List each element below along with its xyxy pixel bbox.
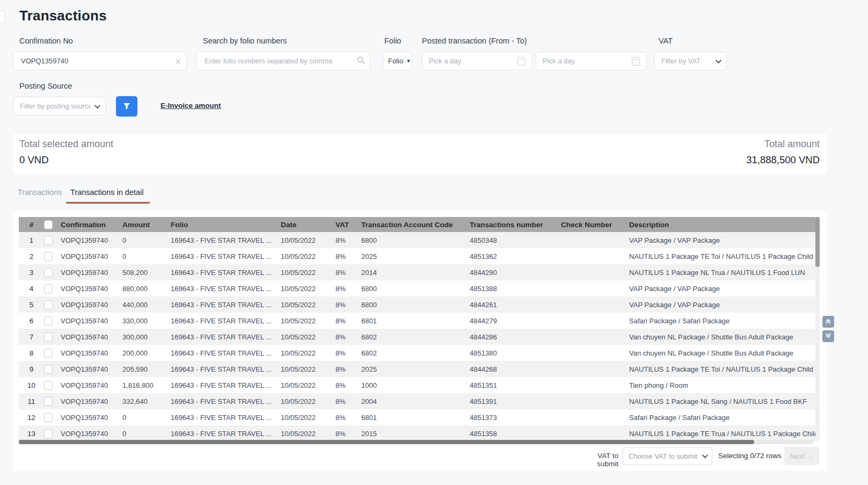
horizontal-scrollbar[interactable]	[19, 440, 814, 444]
table-row: 12VOPQ13597400169643 - FIVE STAR TRAVEL …	[19, 409, 815, 425]
tab-transactions[interactable]: Transactions	[18, 188, 62, 197]
next-button[interactable]: Next →	[784, 447, 819, 465]
posted-transaction-label: Posted transaction (From - To)	[422, 37, 527, 45]
row-checkbox[interactable]	[44, 284, 53, 293]
cell-description: NAUTILUS 1 Package TE Toi / NAUTILUS 1 P…	[629, 365, 815, 373]
confirmation-no-field[interactable]: ✕	[13, 52, 187, 70]
apply-filter-button[interactable]	[116, 96, 137, 117]
row-checkbox[interactable]	[44, 332, 53, 342]
select-all-checkbox[interactable]	[44, 220, 53, 229]
cell-amount: 332,640	[122, 397, 171, 406]
cell-folio: 169643 - FIVE STAR TRAVEL ...	[171, 349, 281, 357]
folio-search-input[interactable]	[196, 52, 370, 70]
vat-label: VAT	[659, 37, 673, 45]
confirmation-no-input[interactable]	[13, 52, 187, 70]
cell-account-code: 2014	[361, 269, 470, 277]
row-checkbox[interactable]	[44, 236, 53, 245]
cell-confirmation: VOPQ1359740	[61, 317, 122, 325]
clear-icon[interactable]: ✕	[174, 57, 181, 65]
search-icon	[357, 56, 365, 64]
cell-confirmation: VOPQ1359740	[61, 365, 122, 373]
cell-transaction-number: 4844261	[470, 301, 561, 309]
cell-confirmation: VOPQ1359740	[61, 236, 122, 244]
row-checkbox[interactable]	[44, 268, 53, 277]
total-selected-label: Total selected amount	[19, 139, 113, 150]
folio-dropdown[interactable]: Folio ▾	[383, 52, 412, 70]
vat-to-submit-dropdown[interactable]: Choose VAT to submit	[623, 447, 712, 465]
scroll-to-bottom-button[interactable]	[822, 330, 834, 342]
edge-partial-button[interactable]	[0, 11, 5, 24]
cell-folio: 169643 - FIVE STAR TRAVEL ...	[171, 236, 281, 244]
cell-transaction-number: 4851362	[470, 252, 561, 260]
folio-label: Folio	[384, 37, 401, 45]
einvoice-amount-link[interactable]: E-Invoice amount	[161, 102, 221, 110]
cell-description: Tien phong / Room	[629, 381, 815, 389]
calendar-icon	[632, 57, 640, 66]
cell-date: 10/05/2022	[281, 414, 335, 422]
horizontal-scrollbar-thumb[interactable]	[19, 440, 754, 444]
table-header-row: # Confirmation Amount Folio Date VAT Tra…	[19, 217, 815, 232]
funnel-icon	[123, 103, 130, 110]
double-chevron-up-icon	[825, 318, 831, 326]
cell-confirmation: VOPQ1359740	[61, 381, 122, 389]
table-row: 7VOPQ1359740300,000169643 - FIVE STAR TR…	[19, 329, 815, 345]
row-checkbox[interactable]	[44, 397, 53, 406]
table-row: 13VOPQ13597400169643 - FIVE STAR TRAVEL …	[19, 425, 815, 441]
cell-description: Van chuyen NL Package / Shuttle Bus Adul…	[629, 349, 815, 357]
cell-vat: 8%	[335, 252, 361, 260]
cell-folio: 169643 - FIVE STAR TRAVEL ...	[171, 430, 281, 438]
vat-to-submit-label: VAT to submit	[578, 452, 618, 468]
cell-description: NAUTILUS 1 Package TE Toi / NAUTILUS 1 P…	[629, 252, 815, 260]
cell-amount: 0	[122, 252, 171, 260]
chevron-down-icon	[94, 102, 100, 108]
row-checkbox[interactable]	[44, 316, 53, 325]
chevron-down-icon	[702, 452, 708, 458]
cell-date: 10/05/2022	[281, 333, 335, 341]
cell-amount: 508,200	[122, 269, 171, 277]
row-checkbox[interactable]	[44, 413, 53, 422]
cell-folio: 169643 - FIVE STAR TRAVEL ...	[171, 317, 281, 325]
posting-source-dropdown[interactable]: Filter by posting source	[13, 97, 106, 115]
transactions-table: # Confirmation Amount Folio Date VAT Tra…	[19, 217, 815, 441]
cell-row-number: 8	[19, 349, 44, 357]
cell-description: NAUTILUS 1 Package NL Sang / NAUTILUS 1 …	[629, 397, 815, 406]
row-checkbox[interactable]	[44, 429, 53, 438]
row-checkbox[interactable]	[44, 381, 53, 390]
cell-row-number: 5	[19, 301, 44, 309]
cell-row-number: 11	[19, 397, 44, 406]
cell-account-code: 6801	[361, 414, 470, 422]
chevron-down-icon	[716, 57, 721, 63]
cell-amount: 300,000	[122, 333, 171, 341]
date-from-picker[interactable]: Pick a day	[422, 52, 533, 70]
cell-amount: 1,816,800	[122, 381, 171, 389]
header-vat: VAT	[335, 221, 361, 229]
scroll-to-top-button[interactable]	[822, 316, 834, 328]
cell-vat: 8%	[335, 430, 361, 438]
date-to-picker[interactable]: Pick a day	[536, 52, 647, 70]
cell-row-number: 2	[19, 252, 44, 260]
row-checkbox[interactable]	[44, 365, 53, 374]
cell-confirmation: VOPQ1359740	[61, 333, 122, 341]
vertical-scrollbar[interactable]	[815, 217, 820, 441]
cell-date: 10/05/2022	[281, 349, 335, 357]
row-checkbox[interactable]	[44, 300, 53, 309]
cell-date: 10/05/2022	[281, 317, 335, 325]
cell-transaction-number: 4851351	[470, 381, 561, 389]
vat-dropdown[interactable]: Filter by VAT	[654, 52, 727, 70]
cell-transaction-number: 4844279	[470, 317, 561, 325]
header-transaction-account-code: Transaction Account Code	[361, 221, 470, 229]
cell-confirmation: VOPQ1359740	[61, 301, 122, 309]
cell-folio: 169643 - FIVE STAR TRAVEL ...	[171, 365, 281, 373]
header-confirmation: Confirmation	[61, 221, 122, 229]
folio-search-field[interactable]	[196, 52, 370, 70]
header-description: Description	[629, 221, 815, 229]
row-checkbox[interactable]	[44, 252, 53, 261]
cell-row-number: 4	[19, 285, 44, 293]
cell-description: NAUTILUS 1 Package TE Trua / NAUTILUS 1 …	[629, 430, 815, 438]
row-checkbox[interactable]	[44, 349, 53, 358]
cell-account-code: 6800	[361, 236, 470, 244]
cell-date: 10/05/2022	[281, 301, 335, 309]
tab-transactions-in-detail[interactable]: Transactions in detail	[70, 188, 143, 197]
vertical-scrollbar-thumb[interactable]	[815, 217, 820, 267]
total-amount-label: Total amount	[764, 139, 820, 150]
